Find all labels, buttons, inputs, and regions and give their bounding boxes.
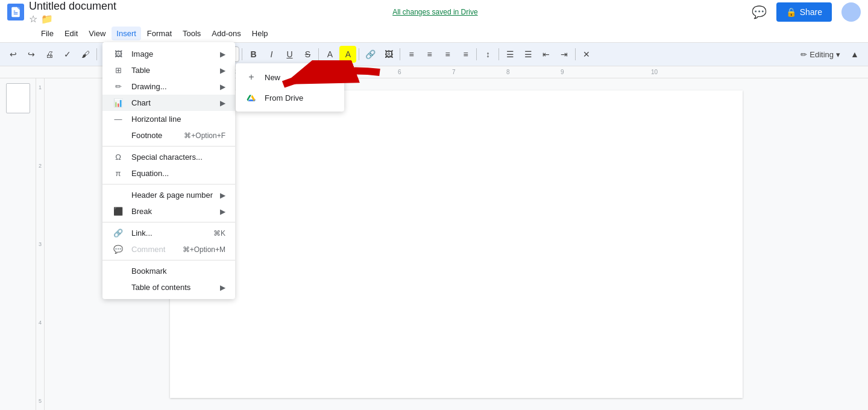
separator-3	[102, 222, 235, 222]
editing-mode-button[interactable]: ✏ Editing ▾	[796, 48, 845, 62]
table-menu-icon: ⊞	[112, 66, 124, 75]
menu-edit[interactable]: Edit	[60, 27, 83, 40]
insert-menu-item-break[interactable]: ⬛ Break ▶	[102, 203, 235, 219]
increase-indent-button[interactable]: ⇥	[556, 46, 573, 63]
link-shortcut: ⌘K	[213, 229, 225, 238]
chevron-down-icon: ▾	[836, 50, 840, 59]
highlight-color-button[interactable]: A	[339, 46, 356, 63]
saved-status[interactable]: All changes saved in Drive	[392, 8, 477, 16]
menu-file[interactable]: File	[36, 27, 58, 40]
insert-menu-item-image[interactable]: 🖼 Image ▶	[102, 46, 235, 62]
toolbar-divider-6	[359, 48, 359, 60]
google-docs-icon	[7, 4, 24, 20]
pencil-icon: ✏	[800, 50, 807, 59]
toolbar-divider-5	[318, 48, 319, 60]
menu-bar: File Edit View Insert Format Tools Add-o…	[0, 24, 868, 42]
link-menu-icon: 🔗	[112, 229, 124, 238]
share-icon: 🔒	[786, 7, 796, 17]
left-panel	[0, 78, 36, 410]
undo-button[interactable]: ↩	[5, 46, 22, 63]
equation-menu-icon: π	[112, 169, 124, 178]
link-button[interactable]: 🔗	[362, 46, 379, 63]
folder-icon[interactable]: 📁	[41, 13, 53, 25]
menu-tools[interactable]: Tools	[178, 27, 206, 40]
comment-menu-icon: 💬	[112, 245, 124, 254]
insert-menu-item-footnote[interactable]: Footnote ⌘+Option+F	[102, 127, 235, 144]
break-menu-icon: ⬛	[112, 207, 124, 216]
menu-addons[interactable]: Add-ons	[207, 27, 245, 40]
insert-menu: 🖼 Image ▶ ⊞ Table ▶ ✏ Drawing... ▶ 📊 Cha…	[102, 42, 235, 299]
chart-from-drive-label: From Drive	[265, 93, 303, 102]
strikethrough-button[interactable]: S	[299, 46, 316, 63]
title-icons: ☆ 📁	[29, 13, 116, 25]
title-bar: Untitled document ☆ 📁 All changes saved …	[0, 0, 868, 24]
title-section: Untitled document ☆ 📁	[29, 0, 116, 25]
hr-menu-icon: —	[112, 115, 124, 124]
arrow-right-icon-chart: ▶	[220, 99, 225, 107]
chat-icon[interactable]: 💬	[752, 5, 767, 19]
insert-menu-item-link[interactable]: 🔗 Link... ⌘K	[102, 225, 235, 241]
page-number-5: 5	[39, 398, 42, 404]
menu-format[interactable]: Format	[142, 27, 177, 40]
insert-menu-item-bookmark[interactable]: Bookmark	[102, 263, 235, 279]
clear-formatting-button[interactable]: ✕	[578, 46, 595, 63]
drawing-menu-icon: ✏	[112, 82, 124, 91]
arrow-right-icon-table: ▶	[220, 66, 225, 75]
collapse-button[interactable]: ▲	[846, 46, 863, 63]
insert-menu-item-comment: 💬 Comment ⌘+Option+M	[102, 241, 235, 257]
chart-new-label: New	[265, 73, 280, 82]
toolbar-divider-7	[400, 48, 400, 60]
chart-submenu-new[interactable]: + New	[236, 67, 344, 87]
image-button[interactable]: 🖼	[380, 46, 397, 63]
menu-help[interactable]: Help	[247, 27, 273, 40]
insert-menu-item-table[interactable]: ⊞ Table ▶	[102, 62, 235, 78]
toolbar-divider-10	[575, 48, 576, 60]
menu-insert[interactable]: Insert	[112, 27, 141, 40]
spellcheck-button[interactable]: ✓	[59, 46, 76, 63]
drive-icon	[245, 92, 257, 103]
toolbar-divider-1	[96, 48, 97, 60]
line-spacing-button[interactable]: ↕	[479, 46, 496, 63]
separator-1	[102, 146, 235, 147]
align-center-button[interactable]: ≡	[421, 46, 438, 63]
arrow-right-icon-drawing: ▶	[220, 83, 225, 91]
special-menu-icon: Ω	[112, 153, 124, 162]
insert-menu-item-hr[interactable]: — Horizontal line	[102, 111, 235, 127]
document-title[interactable]: Untitled document	[29, 0, 116, 13]
page-thumbnail[interactable]	[6, 83, 30, 113]
user-avatar[interactable]	[841, 2, 861, 22]
insert-menu-item-header[interactable]: Header & page number ▶	[102, 187, 235, 203]
insert-menu-item-special[interactable]: Ω Special characters...	[102, 149, 235, 165]
bold-button[interactable]: B	[245, 46, 262, 63]
arrow-right-icon-toc: ▶	[220, 283, 225, 292]
bulleted-list-button[interactable]: ☰	[502, 46, 518, 63]
page-number-1: 1	[39, 84, 42, 90]
page-number-2: 2	[39, 163, 42, 169]
star-icon[interactable]: ☆	[29, 13, 37, 25]
plus-icon: +	[245, 72, 257, 83]
decrease-indent-button[interactable]: ⇤	[538, 46, 555, 63]
document-page[interactable]	[170, 90, 743, 398]
align-left-button[interactable]: ≡	[403, 46, 420, 63]
numbered-list-button[interactable]: ☰	[520, 46, 536, 63]
page-number-sidebar: 1 2 3 4 5	[36, 78, 45, 410]
align-right-button[interactable]: ≡	[439, 46, 456, 63]
chart-menu-icon: 📊	[112, 98, 124, 107]
insert-menu-item-equation[interactable]: π Equation...	[102, 165, 235, 181]
underline-button[interactable]: U	[281, 46, 298, 63]
justify-button[interactable]: ≡	[457, 46, 474, 63]
share-button[interactable]: 🔒 Share	[776, 2, 832, 22]
italic-button[interactable]: I	[263, 46, 280, 63]
insert-menu-item-toc[interactable]: Table of contents ▶	[102, 279, 235, 295]
insert-menu-item-drawing[interactable]: ✏ Drawing... ▶	[102, 78, 235, 95]
menu-view[interactable]: View	[84, 27, 110, 40]
paint-format-button[interactable]: 🖌	[77, 46, 94, 63]
separator-2	[102, 184, 235, 184]
insert-menu-item-chart[interactable]: 📊 Chart ▶	[102, 95, 235, 111]
print-button[interactable]: 🖨	[41, 46, 58, 63]
redo-button[interactable]: ↪	[23, 46, 40, 63]
page-number-3: 3	[39, 241, 42, 247]
chart-submenu-from-drive[interactable]: From Drive	[236, 87, 344, 108]
toolbar-divider-4	[242, 48, 242, 60]
font-color-button[interactable]: A	[321, 46, 338, 63]
